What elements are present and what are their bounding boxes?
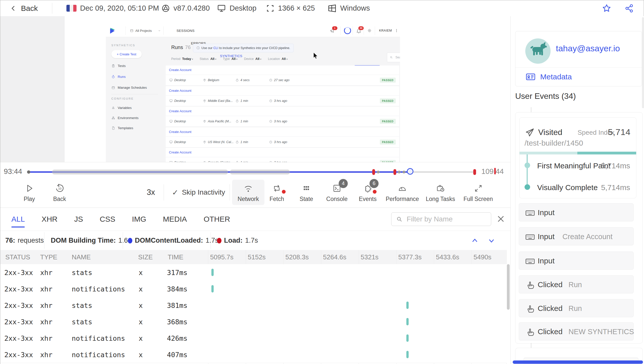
cli-link[interactable]: CLI — [213, 46, 218, 50]
run-name-link[interactable]: Create Account — [169, 68, 191, 72]
test-search-input[interactable] — [395, 55, 400, 59]
tab-xhr[interactable]: XHR — [41, 215, 57, 223]
jump-next-button[interactable] — [487, 236, 496, 245]
user-email-link[interactable]: tahay@asayer.io — [556, 43, 620, 53]
user-events-title: User Events (34) — [515, 92, 576, 101]
user-event-input[interactable]: Input — [519, 252, 634, 270]
tab-js[interactable]: JS — [74, 215, 83, 223]
request-timing-bar — [406, 334, 409, 342]
performance-panel-toggle[interactable]: Performance — [385, 180, 420, 205]
notifications-button[interactable]: 33 — [356, 24, 361, 37]
event-dot[interactable] — [403, 171, 405, 173]
sidebar-item-runs[interactable]: Runs — [111, 75, 126, 79]
sidebar-item-schedules[interactable]: Manage Schedules — [111, 86, 147, 89]
play-button[interactable]: Play — [18, 180, 41, 205]
user-event-clicked[interactable]: Clicked NEW SYNTHETICS — [519, 322, 634, 340]
sidebar-item-templates[interactable]: Templates — [111, 126, 133, 130]
divider — [340, 26, 341, 35]
fetch-panel-toggle[interactable]: Fetch — [264, 180, 289, 205]
console-panel-toggle[interactable]: 4 Console — [323, 180, 351, 205]
share-button[interactable] — [625, 0, 634, 16]
tab-other[interactable]: OTHER — [204, 215, 230, 223]
tab-sessions[interactable]: SESSIONS — [177, 24, 400, 37]
tab-img[interactable]: IMG — [132, 215, 146, 223]
error-marker[interactable] — [372, 169, 375, 175]
settings-button[interactable] — [367, 24, 372, 37]
request-row[interactable]: 2xx-3xxxhrnotificationsx426ms — [0, 330, 507, 347]
timeline-track[interactable] — [28, 171, 475, 173]
run-name-link[interactable]: Create Account — [169, 130, 191, 134]
error-marker[interactable] — [393, 169, 396, 175]
tab-css[interactable]: CSS — [100, 215, 115, 223]
blue-dot — [128, 238, 132, 243]
network-panel-toggle[interactable]: Network — [232, 180, 264, 205]
close-panel-button[interactable] — [496, 214, 505, 223]
create-test-button[interactable]: + Create Test — [111, 50, 142, 58]
tab-media[interactable]: MEDIA — [163, 215, 187, 223]
run-card[interactable]: Create Account Desktop US West (N. Cal..… — [166, 127, 399, 147]
filter-input[interactable] — [406, 215, 486, 223]
playhead-handle[interactable] — [407, 168, 413, 175]
run-name-link[interactable]: Create Account — [169, 150, 191, 154]
sidebar-item-tests[interactable]: Tests — [111, 64, 126, 68]
back-10s-button[interactable]: 10 Back — [48, 180, 71, 205]
test-search-box[interactable] — [387, 53, 400, 62]
svg-text:10: 10 — [58, 187, 62, 190]
long-tasks-panel-toggle[interactable]: Long Tasks — [424, 180, 457, 205]
favorite-button[interactable] — [602, 0, 611, 16]
filter-type[interactable]: TypeAll▾ — [223, 57, 238, 61]
user-event-clicked[interactable]: Clicked Run — [519, 299, 634, 317]
back-button[interactable]: Back — [10, 0, 38, 16]
filter-box[interactable] — [391, 212, 491, 226]
more-menu-button[interactable] — [394, 24, 399, 37]
clock-icon — [269, 120, 273, 123]
pointer-icon — [525, 327, 535, 337]
status-badge: PASSED — [380, 140, 396, 145]
pointer-icon — [525, 304, 535, 314]
sidebar-item-variables[interactable]: Variables — [111, 106, 132, 110]
state-panel-toggle[interactable]: State — [294, 180, 319, 205]
run-name-link[interactable]: Create Account — [169, 89, 191, 93]
divider — [111, 94, 158, 94]
events-panel-toggle[interactable]: 6 Events — [355, 180, 380, 205]
back-label: Back — [21, 4, 38, 13]
user-event-clicked[interactable]: Clicked Run — [519, 275, 634, 293]
event-dot[interactable] — [398, 171, 401, 173]
speed-toggle[interactable]: 3x — [147, 177, 155, 208]
run-card[interactable]: Create Account Desktop Asia Pacific (M..… — [166, 107, 399, 126]
filter-period[interactable]: PeriodToday▾ — [171, 57, 193, 61]
fmp-label: First Meaningful Paint — [537, 162, 610, 170]
fullscreen-button[interactable]: Full Screen — [461, 180, 495, 205]
user-event-input[interactable]: Input Create Account — [519, 227, 634, 245]
request-row[interactable]: 2xx-3xxxhrnotificationsx407ms — [0, 346, 507, 363]
project-selector[interactable]: All Projects — [130, 24, 152, 37]
monitor-icon — [169, 120, 173, 123]
wifi-icon — [243, 183, 254, 194]
skip-inactivity-toggle[interactable]: ✓ Skip Inactivity — [172, 177, 225, 208]
sidebar-scrollbar[interactable] — [642, 17, 644, 108]
jump-previous-button[interactable] — [470, 236, 479, 245]
run-name-link[interactable]: Create Account — [169, 109, 191, 113]
filter-location[interactable]: LocationAll▾ — [268, 57, 288, 61]
sidebar-item-environments[interactable]: Environments — [111, 116, 139, 120]
error-marker[interactable] — [473, 169, 476, 175]
request-row[interactable]: 2xx-3xxxhrnotificationsx384ms — [0, 281, 507, 297]
request-row[interactable]: 2xx-3xxxhrstatsx381ms — [0, 297, 507, 314]
user-menu[interactable]: KRAIEM — [379, 24, 392, 37]
run-card[interactable]: Create Account Desktop Middle East (Ba..… — [166, 86, 399, 106]
request-row[interactable]: 2xx-3xxxhrstatsx368ms — [0, 313, 507, 330]
run-card[interactable]: Create Account Desktop Belgium 4 secs 27… — [166, 65, 399, 85]
user-event-input[interactable]: Input — [519, 203, 634, 221]
event-dot[interactable] — [377, 171, 380, 173]
monitor-icon — [169, 140, 173, 144]
filter-status[interactable]: StatusAll▾ — [200, 57, 216, 61]
tab-all[interactable]: ALL — [11, 215, 25, 223]
resolution-label: 1366 × 625 — [278, 4, 315, 12]
filter-device[interactable]: DeviceAll▾ — [244, 57, 261, 61]
metadata-button[interactable]: Metadata — [526, 72, 572, 82]
announcements-button[interactable]: 1 — [330, 24, 335, 37]
table-scrollbar[interactable] — [507, 264, 510, 310]
request-row[interactable]: 2xx-3xxxhrstatsx317ms — [0, 264, 507, 281]
run-card[interactable]: Create Account Desktop Canada (Centra...… — [166, 148, 399, 162]
visited-event-card[interactable]: Visited Speed Index 5,714 /test-builder/… — [519, 117, 636, 198]
